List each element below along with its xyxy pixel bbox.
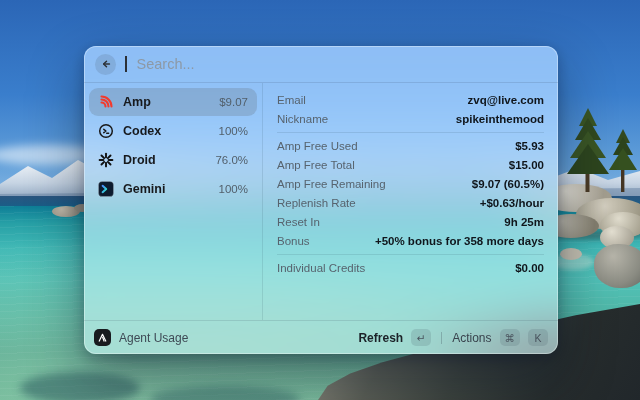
- refresh-button[interactable]: Refresh: [358, 331, 403, 345]
- detail-label: Bonus: [277, 235, 310, 247]
- list-item-codex[interactable]: Codex100%: [89, 117, 257, 145]
- detail-row: Amp Free Remaining$9.07 (60.5%): [277, 174, 544, 193]
- detail-value: 9h 25m: [504, 216, 544, 228]
- agent-name: Droid: [123, 153, 156, 167]
- droid-icon: [98, 152, 114, 168]
- agent-name: Gemini: [123, 182, 165, 196]
- detail-row: Emailzvq@live.com: [277, 90, 544, 109]
- detail-label: Amp Free Remaining: [277, 178, 386, 190]
- list-item-amp[interactable]: Amp$9.07: [89, 88, 257, 116]
- detail-row: Amp Free Total$15.00: [277, 155, 544, 174]
- detail-row: Individual Credits$0.00: [277, 258, 544, 277]
- agent-value: $9.07: [219, 96, 248, 108]
- text-cursor: [125, 56, 127, 72]
- detail-label: Amp Free Total: [277, 159, 355, 171]
- detail-row: Reset In9h 25m: [277, 212, 544, 231]
- detail-label: Amp Free Used: [277, 140, 358, 152]
- agent-list: Amp$9.07 Codex100% Droid76.0% Gemini100%: [84, 83, 263, 320]
- detail-row: Replenish Rate+$0.63/hour: [277, 193, 544, 212]
- agent-value: 100%: [219, 125, 248, 137]
- detail-value: $9.07 (60.5%): [472, 178, 544, 190]
- list-item-droid[interactable]: Droid76.0%: [89, 146, 257, 174]
- detail-value: +$0.63/hour: [480, 197, 544, 209]
- detail-value: $0.00: [515, 262, 544, 274]
- command-key[interactable]: ⌘: [500, 329, 521, 346]
- detail-row: Amp Free Used$5.93: [277, 136, 544, 155]
- list-item-gemini[interactable]: Gemini100%: [89, 175, 257, 203]
- detail-value: zvq@live.com: [468, 94, 544, 106]
- enter-key[interactable]: ↵: [411, 329, 431, 346]
- agent-value: 100%: [219, 183, 248, 195]
- agent-usage-window: Search... Amp$9.07 Codex100% Droid76.0% …: [84, 46, 558, 354]
- search-input[interactable]: Search...: [137, 56, 195, 72]
- detail-label: Individual Credits: [277, 262, 365, 274]
- agent-name: Amp: [123, 95, 151, 109]
- detail-label: Replenish Rate: [277, 197, 356, 209]
- codex-icon: [98, 123, 114, 139]
- footer-bar: Agent Usage Refresh ↵ Actions ⌘ K: [84, 320, 558, 354]
- panel-body: Amp$9.07 Codex100% Droid76.0% Gemini100%…: [84, 83, 558, 320]
- detail-value: $15.00: [509, 159, 544, 171]
- footer-divider: [441, 332, 442, 344]
- back-button[interactable]: [95, 54, 116, 75]
- desktop: Search... Amp$9.07 Codex100% Droid76.0% …: [0, 0, 640, 400]
- k-key[interactable]: K: [528, 329, 548, 346]
- detail-label: Nickname: [277, 113, 328, 125]
- gemini-icon: [98, 181, 114, 197]
- gray-rock: [594, 244, 640, 288]
- detail-label: Reset In: [277, 216, 320, 228]
- amp-app-icon: [94, 329, 111, 346]
- detail-value: +50% bonus for 358 more days: [375, 235, 544, 247]
- actions-button[interactable]: Actions: [452, 331, 491, 345]
- section-divider: [277, 254, 544, 255]
- amp-icon: [98, 94, 114, 110]
- pine-tree: [604, 128, 640, 192]
- water-boulder: [560, 248, 582, 260]
- detail-pane: Emailzvq@live.comNicknamespikeinthemoodA…: [263, 83, 558, 320]
- arrow-left-icon: [100, 58, 112, 70]
- detail-label: Email: [277, 94, 306, 106]
- submerged-rock: [20, 372, 140, 400]
- detail-row: Nicknamespikeinthemood: [277, 109, 544, 128]
- search-bar: Search...: [84, 46, 558, 83]
- detail-value: spikeinthemood: [456, 113, 544, 125]
- agent-value: 76.0%: [215, 154, 248, 166]
- detail-value: $5.93: [515, 140, 544, 152]
- footer-title: Agent Usage: [119, 331, 188, 345]
- detail-row: Bonus+50% bonus for 358 more days: [277, 231, 544, 250]
- section-divider: [277, 132, 544, 133]
- agent-name: Codex: [123, 124, 161, 138]
